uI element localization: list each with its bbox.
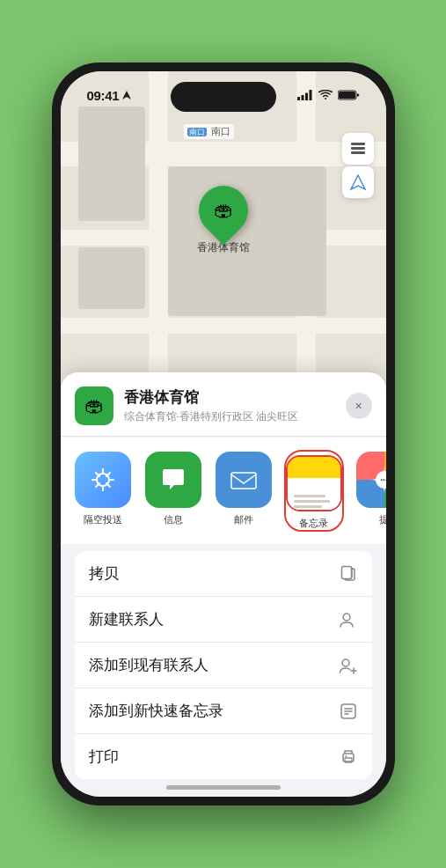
new-contact-icon (339, 610, 358, 629)
action-add-existing[interactable]: 添加到现有联系人 (75, 643, 372, 688)
svg-point-17 (342, 659, 349, 666)
venue-subtitle: 综合体育馆·香港特别行政区 油尖旺区 (124, 409, 346, 424)
print-icon (339, 747, 358, 767)
svg-rect-2 (301, 95, 303, 100)
map-layers-button[interactable] (342, 133, 374, 165)
notes-label: 备忘录 (299, 517, 328, 530)
share-item-message[interactable]: 信息 (145, 452, 201, 530)
location-button[interactable] (342, 166, 374, 198)
svg-rect-9 (351, 151, 365, 154)
svg-rect-12 (231, 473, 256, 489)
action-print-label: 打印 (89, 747, 119, 767)
svg-rect-8 (351, 147, 365, 150)
navigation-icon (122, 91, 131, 99)
sheet-close-button[interactable]: × (346, 393, 372, 419)
svg-point-16 (343, 614, 350, 621)
map-label-nankou: 南口 南口 (184, 124, 234, 139)
status-icons (297, 90, 360, 100)
action-new-contact[interactable]: 新建联系人 (75, 597, 372, 643)
message-symbol (157, 464, 189, 496)
mail-label: 邮件 (234, 513, 253, 526)
battery-icon (338, 90, 360, 100)
svg-rect-3 (305, 93, 308, 101)
map-layers-icon (349, 140, 367, 158)
svg-marker-0 (122, 91, 131, 99)
map-block (78, 247, 145, 309)
airdrop-label: 隔空投送 (84, 513, 122, 526)
share-item-airdrop[interactable]: 隔空投送 (75, 452, 131, 530)
mail-icon (216, 452, 272, 508)
action-new-contact-label: 新建联系人 (89, 609, 164, 629)
copy-icon (339, 564, 358, 584)
svg-rect-6 (339, 92, 355, 99)
venue-info: 香港体育馆 综合体育馆·香港特别行政区 油尖旺区 (124, 387, 346, 424)
more-icon: ··· (356, 452, 386, 508)
add-contact-icon (339, 656, 358, 675)
action-quick-note[interactable]: 添加到新快速备忘录 (75, 688, 372, 734)
sheet-header: 🏟 香港体育馆 综合体育馆·香港特别行政区 油尖旺区 × (61, 372, 386, 437)
svg-marker-10 (351, 175, 365, 189)
message-icon (145, 452, 201, 508)
airdrop-icon (75, 452, 131, 508)
action-list: 拷贝 新建联系人 添加到现有联系人 (75, 551, 372, 779)
notes-icon (286, 455, 342, 511)
action-copy-label: 拷贝 (89, 563, 119, 584)
airdrop-symbol (88, 465, 118, 495)
quick-note-icon (339, 702, 358, 721)
action-copy[interactable]: 拷贝 (75, 551, 372, 597)
action-print[interactable]: 打印 (75, 734, 372, 779)
location-pin: 🏟 香港体育馆 (197, 186, 250, 255)
home-indicator (166, 785, 281, 790)
map-road (61, 318, 386, 334)
phone-screen: 09:41 (61, 71, 386, 797)
svg-rect-4 (309, 90, 311, 100)
share-item-notes[interactable]: 备忘录 (286, 452, 342, 530)
message-label: 信息 (164, 513, 183, 526)
venue-icon: 🏟 (75, 386, 113, 425)
action-quick-note-label: 添加到新快速备忘录 (89, 701, 223, 721)
pin-circle: 🏟 (188, 175, 258, 245)
map-block (78, 107, 145, 221)
more-label: 提 (379, 513, 386, 526)
bottom-sheet: 🏟 香港体育馆 综合体育馆·香港特别行政区 油尖旺区 × (61, 372, 386, 797)
venue-name: 香港体育馆 (124, 387, 346, 408)
mail-symbol (228, 464, 260, 496)
svg-rect-1 (297, 97, 300, 100)
phone-frame: 09:41 (52, 63, 395, 805)
share-item-more[interactable]: ··· 提 (356, 452, 386, 530)
map-controls (342, 133, 374, 198)
dynamic-island (171, 82, 276, 112)
action-add-existing-label: 添加到现有联系人 (89, 655, 208, 675)
pin-icon: 🏟 (214, 199, 233, 222)
svg-rect-7 (351, 143, 365, 145)
signal-icon (297, 90, 313, 100)
wifi-icon (318, 90, 333, 100)
svg-point-21 (345, 755, 347, 757)
svg-rect-15 (341, 566, 351, 578)
location-arrow-icon (350, 174, 366, 190)
status-time: 09:41 (87, 88, 120, 103)
share-item-mail[interactable]: 邮件 (216, 452, 272, 530)
share-row: 隔空投送 信息 (61, 438, 386, 544)
